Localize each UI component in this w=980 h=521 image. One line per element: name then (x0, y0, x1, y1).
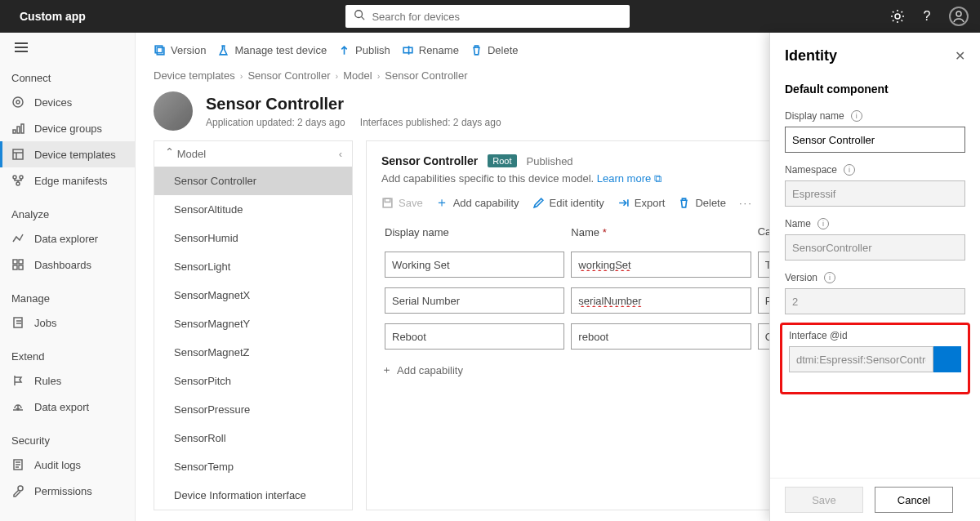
sidebar-item-label: Permissions (34, 485, 92, 497)
add-capability-button[interactable]: ＋Add capability (436, 197, 519, 209)
breadcrumb-item[interactable]: Device templates (154, 69, 235, 82)
hamburger-icon[interactable] (15, 42, 28, 52)
svg-rect-6 (13, 130, 16, 133)
flask-icon (217, 44, 229, 56)
publish-status: Published (527, 155, 573, 167)
name-input[interactable] (571, 287, 751, 314)
display-name-input[interactable] (385, 287, 564, 314)
sb-heading-security: Security (0, 430, 135, 452)
svg-rect-17 (13, 265, 17, 269)
chevron-left-icon[interactable]: ‹ (339, 148, 342, 160)
tree-item[interactable]: Sensor Controller (154, 167, 352, 195)
col-name: Name (571, 226, 599, 238)
sidebar-item-dashboards[interactable]: Dashboards (0, 252, 135, 278)
display-name-input[interactable] (385, 252, 564, 278)
tree-item[interactable]: SensorMagnetX (154, 281, 352, 309)
sb-heading-connect: Connect (0, 67, 135, 89)
sidebar-item-device-groups[interactable]: Device groups (0, 115, 135, 141)
tree-item[interactable]: Device Information interface (154, 481, 352, 510)
info-icon[interactable]: i (851, 110, 862, 122)
tree-item[interactable]: SensorRoll (154, 424, 352, 452)
display-name-input[interactable] (785, 127, 965, 153)
breadcrumb-item[interactable]: Sensor Controller (247, 69, 330, 82)
edit-icon (532, 197, 545, 209)
info-icon[interactable]: i (817, 218, 829, 229)
learn-more-link[interactable]: Learn more ⧉ (597, 172, 662, 185)
template-avatar (154, 91, 193, 131)
data-explorer-icon (11, 232, 24, 245)
cmd-label: Manage test device (234, 44, 327, 56)
copy-button[interactable] (933, 346, 961, 372)
avatar-icon[interactable] (949, 7, 969, 26)
interface-id-highlight: Interface @id (780, 323, 970, 394)
sidebar-item-audit-logs[interactable]: Audit logs (0, 452, 135, 478)
sidebar-item-label: Devices (34, 96, 72, 109)
gear-icon[interactable] (890, 9, 905, 24)
help-icon[interactable]: ? (920, 9, 934, 24)
rename-button[interactable]: Rename (402, 44, 459, 56)
export-icon (617, 197, 630, 209)
name-input[interactable] (571, 323, 751, 350)
search-box[interactable] (345, 5, 630, 28)
export-button[interactable]: Export (617, 197, 666, 209)
svg-rect-29 (403, 47, 412, 52)
save-icon (381, 197, 394, 209)
delete-button[interactable]: Delete (470, 44, 519, 56)
tree-item[interactable]: SensorPitch (154, 367, 352, 395)
publish-button[interactable]: Publish (338, 44, 390, 56)
breadcrumb-item[interactable]: Model (343, 69, 372, 82)
cancel-button[interactable]: Cancel (875, 487, 953, 513)
delete-capability-button[interactable]: Delete (678, 197, 726, 209)
tree-item[interactable]: SensorAltitude (154, 195, 352, 224)
sidebar-item-label: Data export (34, 401, 89, 413)
sidebar-item-label: Jobs (34, 317, 56, 329)
sb-heading-manage: Manage (0, 287, 135, 309)
tree-item[interactable]: SensorHumid (154, 224, 352, 252)
tree-item[interactable]: SensorMagnetZ (154, 338, 352, 367)
data-export-icon (11, 400, 24, 413)
sidebar-item-device-templates[interactable]: Device templates (0, 141, 135, 167)
info-icon[interactable]: i (844, 164, 855, 176)
delete-icon (470, 44, 483, 56)
name-input (785, 234, 965, 260)
device-templates-icon (11, 148, 24, 161)
sidebar: Connect Devices Device groups Device tem… (0, 33, 136, 521)
tree-item[interactable]: SensorMagnetY (154, 309, 352, 338)
sidebar-item-permissions[interactable]: Permissions (0, 478, 135, 504)
sidebar-item-rules[interactable]: Rules (0, 367, 135, 394)
sidebar-item-label: Device templates (34, 149, 116, 161)
cmd-label: Save (399, 197, 423, 209)
tree-item[interactable]: SensorLight (154, 252, 352, 281)
display-name-input[interactable] (385, 323, 564, 350)
manage-test-device-button[interactable]: Manage test device (217, 44, 327, 56)
edit-identity-button[interactable]: Edit identity (532, 197, 604, 209)
close-icon[interactable]: ✕ (955, 48, 965, 64)
model-header[interactable]: ⌄ Model ‹ (154, 141, 352, 167)
sidebar-item-data-export[interactable]: Data export (0, 394, 135, 420)
add-capability-link[interactable]: ＋Add capability (381, 363, 463, 377)
interface-name: Sensor Controller (381, 154, 478, 167)
cmd-label: Publish (355, 44, 390, 56)
app-updated-text: Application updated: 2 days ago (206, 117, 345, 128)
device-groups-icon (11, 122, 24, 135)
svg-point-3 (956, 11, 961, 16)
tree-item[interactable]: SensorPressure (154, 395, 352, 424)
rename-icon (402, 44, 414, 56)
version-label: Version (785, 272, 817, 283)
more-icon[interactable]: ··· (739, 197, 753, 209)
devices-icon (11, 96, 24, 109)
name-input[interactable] (571, 252, 751, 278)
sidebar-item-data-explorer[interactable]: Data explorer (0, 225, 135, 252)
sidebar-item-devices[interactable]: Devices (0, 89, 135, 115)
tree-item[interactable]: SensorTemp (154, 452, 352, 481)
info-icon[interactable]: i (824, 272, 835, 283)
model-tree-pane: ⌄ Model ‹ Sensor Controller SensorAltitu… (154, 140, 353, 510)
cmd-label: Version (171, 44, 206, 56)
sidebar-item-label: Device groups (34, 122, 102, 135)
sidebar-item-jobs[interactable]: Jobs (0, 309, 135, 336)
svg-rect-18 (19, 265, 23, 269)
version-button[interactable]: Version (154, 44, 206, 56)
sidebar-item-edge-manifests[interactable]: Edge manifests (0, 167, 135, 194)
search-input[interactable] (372, 11, 621, 23)
chevron-up-icon: ⌄ (164, 148, 174, 158)
